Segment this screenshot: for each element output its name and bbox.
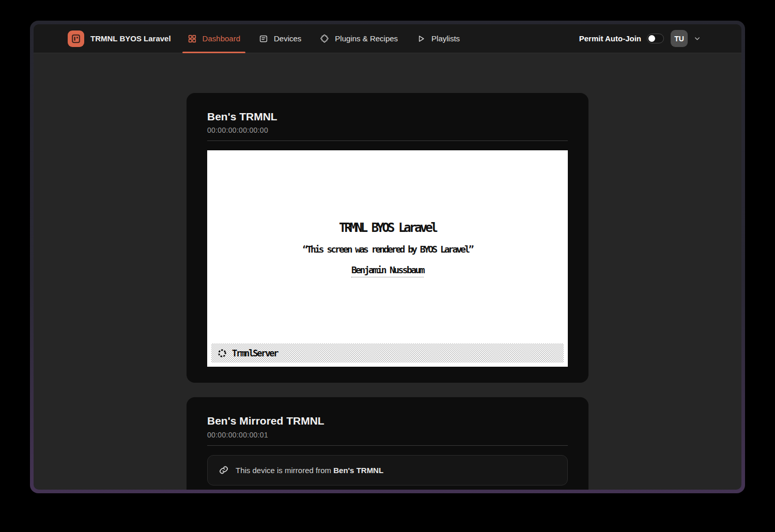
device-card-bens-mirrored-trmnl: Ben's Mirrored TRMNL 00:00:00:00:00:01 T… (187, 397, 588, 490)
divider (207, 140, 568, 141)
nav-tab-label: Devices (274, 34, 301, 43)
app-title: TRMNL BYOS Laravel (90, 34, 171, 43)
nav-tab-playlists[interactable]: Playlists (411, 24, 465, 53)
divider (207, 445, 568, 446)
screen-quote: “This screen was rendered by BYOS Larave… (302, 244, 472, 255)
main-nav: Dashboard Devices (182, 24, 474, 53)
dashboard-content: Ben's TRMNL 00:00:00:00:00:00 TRMNL BYOS… (34, 53, 741, 490)
nav-tab-plugins-recipes[interactable]: Plugins & Recipes (315, 24, 403, 53)
screen-title: TRMNL BYOS Laravel (339, 221, 436, 235)
screen-author-link: Benjamin Nussbaum (351, 264, 424, 277)
avatar-initials: TU (674, 35, 684, 43)
app-window-content: TRMNL BYOS Laravel Dashboard (34, 24, 741, 490)
nav-tab-devices[interactable]: Devices (254, 24, 306, 53)
link-icon (218, 464, 229, 476)
device-name: Ben's TRMNL (207, 110, 568, 123)
device-card-bens-trmnl: Ben's TRMNL 00:00:00:00:00:00 TRMNL BYOS… (187, 93, 588, 383)
device-mac-address: 00:00:00:00:00:01 (207, 431, 568, 439)
trmnl-logo-icon[interactable] (68, 30, 84, 47)
mirror-source-device: Ben's TRMNL (333, 466, 383, 475)
mirror-notice-prefix: This device is mirrored from (236, 466, 333, 475)
desktop-background: TRMNL BYOS Laravel Dashboard (0, 0, 775, 532)
device-mac-address: 00:00:00:00:00:00 (207, 126, 568, 134)
user-avatar[interactable]: TU (671, 30, 688, 47)
permit-auto-join-label: Permit Auto-Join (579, 34, 641, 43)
grid-icon (188, 34, 197, 43)
navbar-right: Permit Auto-Join TU (579, 30, 701, 47)
top-navbar: TRMNL BYOS Laravel Dashboard (34, 24, 741, 53)
puzzle-icon (320, 34, 329, 43)
brand: TRMNL BYOS Laravel (68, 30, 171, 47)
screen-footer-bar: TrmnlServer (211, 343, 564, 363)
chevron-down-icon[interactable] (693, 35, 701, 42)
device-screen-preview: TRMNL BYOS Laravel “This screen was rend… (207, 150, 568, 367)
nav-tab-label: Plugins & Recipes (335, 34, 398, 43)
screen-footer-label: TrmnlServer (232, 348, 277, 358)
nav-tab-label: Dashboard (203, 34, 240, 43)
mirror-notice: This device is mirrored from Ben's TRMNL (207, 455, 568, 486)
device-name: Ben's Mirrored TRMNL (207, 414, 568, 428)
play-icon (416, 34, 426, 43)
toggle-knob (648, 35, 655, 42)
nav-tab-dashboard[interactable]: Dashboard (182, 24, 245, 53)
permit-auto-join-toggle[interactable] (647, 34, 664, 43)
app-window: TRMNL BYOS Laravel Dashboard (30, 21, 745, 493)
device-list-icon (259, 34, 268, 43)
nav-tab-label: Playlists (431, 34, 460, 43)
spinner-icon (217, 348, 227, 358)
mirror-notice-text: This device is mirrored from Ben's TRMNL (236, 466, 383, 475)
